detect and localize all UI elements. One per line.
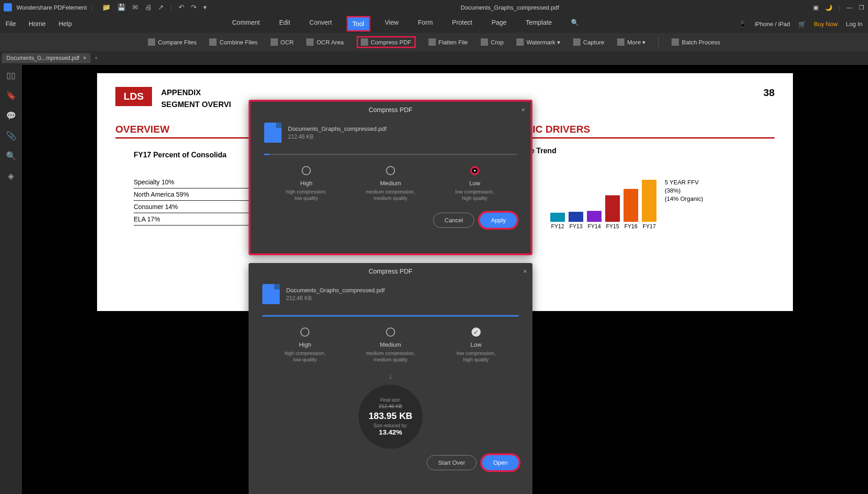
chart-labels: FY12FY13FY14FY15FY16FY17 bbox=[550, 223, 656, 230]
dialog-title: Compress PDF × bbox=[250, 102, 531, 118]
comments-icon[interactable]: 💬 bbox=[6, 111, 16, 121]
layers-icon[interactable]: ◈ bbox=[8, 171, 14, 181]
screenshot-icon[interactable]: ▣ bbox=[813, 4, 819, 11]
tool-compare-files[interactable]: Compare Files bbox=[148, 38, 197, 46]
chart-note-line: (38%) bbox=[665, 187, 703, 195]
device-label[interactable]: iPhone / iPad bbox=[754, 21, 790, 27]
tool-ocr-area[interactable]: OCR Area bbox=[306, 38, 343, 46]
menu-form[interactable]: Form bbox=[413, 16, 438, 32]
option-medium[interactable]: Mediummedium compression,medium quality bbox=[358, 328, 423, 363]
tabbar: Documents_G...mpressed.pdf × + bbox=[0, 51, 868, 65]
file-name: Documents_Graphs_compressed.pdf bbox=[286, 287, 385, 294]
dialog-file-row: Documents_Graphs_compressed.pdf 212.46 K… bbox=[250, 118, 531, 147]
tool-label: Capture bbox=[583, 39, 604, 46]
restore-icon[interactable]: ❐ bbox=[859, 4, 864, 11]
tool-batch-process[interactable]: Batch Process bbox=[672, 38, 720, 46]
file-icon bbox=[264, 123, 282, 143]
save-icon[interactable]: 💾 bbox=[117, 3, 126, 11]
tool-label: Batch Process bbox=[682, 39, 720, 46]
tool-more-[interactable]: More ▾ bbox=[617, 38, 646, 46]
radio-icon[interactable] bbox=[472, 328, 481, 337]
bookmarks-icon[interactable]: 🔖 bbox=[6, 91, 16, 101]
radio-icon[interactable] bbox=[470, 166, 479, 175]
undo-icon[interactable]: ↶ bbox=[179, 3, 184, 11]
chart-note: 5 YEAR FFV(38%)(14% Organic) bbox=[665, 178, 703, 204]
file-size: 212.46 KB bbox=[288, 134, 386, 140]
menu-edit[interactable]: Edit bbox=[275, 16, 295, 32]
close-icon[interactable]: × bbox=[521, 106, 525, 113]
bar-label: FY12 bbox=[550, 223, 565, 230]
more-icon[interactable]: ▾ bbox=[203, 3, 207, 11]
radio-icon[interactable] bbox=[300, 328, 309, 337]
result-circle: Final size: 212.46 KB 183.95 KB Size red… bbox=[358, 385, 423, 449]
document-tab[interactable]: Documents_G...mpressed.pdf × bbox=[2, 53, 91, 63]
open-icon[interactable]: 📁 bbox=[102, 3, 111, 11]
menu-tool[interactable]: Tool bbox=[347, 16, 370, 32]
tool-icon bbox=[209, 38, 217, 46]
radio-icon[interactable] bbox=[386, 166, 395, 175]
tool-label: Combine Files bbox=[219, 39, 257, 46]
close-icon[interactable]: × bbox=[523, 268, 527, 275]
option-desc: low compression,high quality bbox=[443, 188, 507, 202]
minimize-icon[interactable]: — bbox=[846, 4, 852, 11]
final-size-label: Final size: bbox=[380, 397, 401, 403]
tool-flatten-file[interactable]: Flatten File bbox=[429, 38, 468, 46]
reduced-percent: 13.42% bbox=[379, 428, 402, 436]
option-medium[interactable]: Mediummedium compression,medium quality bbox=[358, 166, 423, 202]
login-link[interactable]: Log In bbox=[846, 21, 863, 27]
subheading-1: FY17 Percent of Consolida bbox=[134, 151, 227, 159]
menu-help[interactable]: Help bbox=[59, 20, 72, 27]
tab-add-icon[interactable]: + bbox=[94, 55, 98, 61]
option-low[interactable]: Lowlow compression,high quality bbox=[443, 166, 507, 202]
attachments-icon[interactable]: 📎 bbox=[6, 131, 16, 141]
menu-page[interactable]: Page bbox=[487, 16, 511, 32]
menu-home[interactable]: Home bbox=[29, 20, 46, 27]
start-over-button[interactable]: Start Over bbox=[427, 455, 477, 470]
darkmode-icon[interactable]: 🌙 bbox=[825, 4, 832, 11]
chart-note-line: (14% Organic) bbox=[665, 195, 703, 203]
tool-icon bbox=[361, 38, 368, 46]
tab-close-icon[interactable]: × bbox=[83, 55, 86, 61]
share-icon[interactable]: ↗ bbox=[158, 3, 164, 11]
list-item: Specialty 10% bbox=[134, 176, 257, 188]
print-icon[interactable]: 🖨 bbox=[145, 3, 152, 11]
option-high[interactable]: Highhigh compression,low quality bbox=[274, 166, 338, 202]
radio-icon[interactable] bbox=[302, 166, 311, 175]
thumbnails-icon[interactable]: ▯▯ bbox=[6, 70, 16, 81]
left-sidebar: ▯▯ 🔖 💬 📎 🔍 ◈ bbox=[0, 65, 22, 494]
lds-logo: LDS bbox=[115, 87, 152, 106]
menu-comment[interactable]: Comment bbox=[228, 16, 265, 32]
option-name: Low bbox=[444, 341, 508, 348]
tool-capture[interactable]: Capture bbox=[573, 38, 604, 46]
menu-view[interactable]: View bbox=[380, 16, 403, 32]
buy-now-link[interactable]: Buy Now bbox=[814, 21, 838, 27]
header-line2: SEGMENT OVERVI bbox=[161, 99, 231, 111]
bar-label: FY17 bbox=[642, 223, 656, 230]
tool-watermark-[interactable]: Watermark ▾ bbox=[516, 38, 560, 46]
open-button[interactable]: Open bbox=[482, 455, 519, 470]
bar-FY12 bbox=[550, 213, 565, 222]
menu-convert[interactable]: Convert bbox=[305, 16, 336, 32]
progress-bar bbox=[264, 154, 517, 155]
menu-file[interactable]: File bbox=[5, 20, 16, 27]
menu-template[interactable]: Template bbox=[521, 16, 556, 32]
search-icon[interactable]: 🔍 bbox=[566, 16, 583, 32]
menu-protect[interactable]: Protect bbox=[447, 16, 477, 32]
tool-ocr[interactable]: OCR bbox=[271, 38, 294, 46]
mail-icon[interactable]: ✉ bbox=[132, 3, 138, 11]
radio-icon[interactable] bbox=[386, 328, 395, 337]
tool-crop[interactable]: Crop bbox=[481, 38, 504, 46]
option-high[interactable]: Highhigh compression,low quality bbox=[273, 328, 337, 363]
tool-icon bbox=[429, 38, 436, 46]
redo-icon[interactable]: ↷ bbox=[191, 3, 197, 11]
apply-button[interactable]: Apply bbox=[480, 213, 517, 228]
bar-FY14 bbox=[587, 211, 602, 222]
tab-label: Documents_G...mpressed.pdf bbox=[6, 55, 79, 61]
search-icon[interactable]: 🔍 bbox=[6, 151, 16, 161]
tool-compress-pdf[interactable]: Compress PDF bbox=[357, 36, 416, 48]
option-low[interactable]: Lowlow compression,high quality bbox=[444, 328, 508, 363]
cancel-button[interactable]: Cancel bbox=[433, 213, 474, 228]
separator: | bbox=[170, 3, 172, 11]
tool-combine-files[interactable]: Combine Files bbox=[209, 38, 257, 46]
compress-dialog-2: Compress PDF × Documents_Graphs_compress… bbox=[249, 263, 532, 494]
